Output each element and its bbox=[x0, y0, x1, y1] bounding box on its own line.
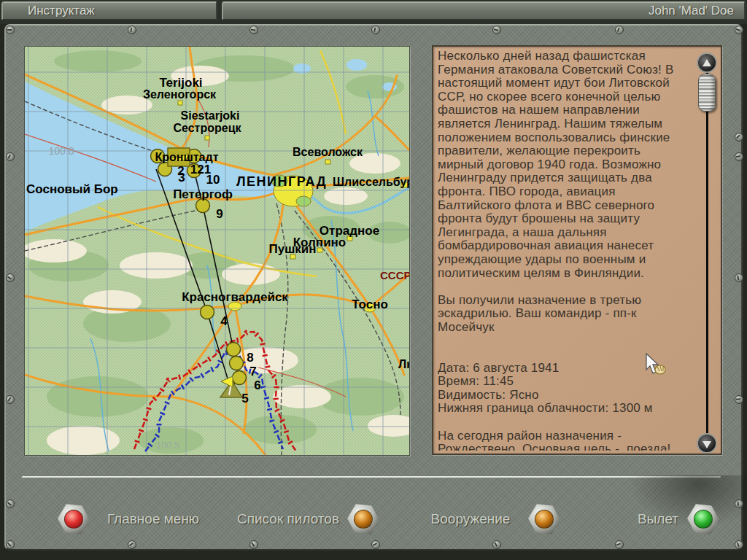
screw-icon bbox=[735, 133, 743, 141]
screw-icon bbox=[6, 26, 15, 34]
screw-icon bbox=[492, 26, 501, 34]
pilot-name: John 'Mad' Doe bbox=[649, 4, 734, 18]
screw-icon bbox=[735, 499, 743, 508]
screw-icon bbox=[128, 26, 136, 34]
briefing-map[interactable]: TerijokiЗеленогорскSiestarjokiСестрорецк… bbox=[24, 46, 410, 456]
briefing-panel: Несколько дней назад фашистская Германия… bbox=[432, 45, 722, 455]
scroll-down-button[interactable] bbox=[697, 433, 717, 454]
screw-icon bbox=[128, 540, 136, 549]
screw-icon bbox=[615, 26, 624, 34]
waypoint-marker[interactable] bbox=[230, 357, 244, 370]
footer-button[interactable]: Главное меню bbox=[95, 510, 212, 528]
map-label: 100.5 bbox=[156, 440, 180, 451]
briefing-text: Несколько дней назад фашистская Германия… bbox=[438, 50, 687, 451]
map-label: Сестрорецк bbox=[173, 122, 241, 134]
scrollbar-track[interactable] bbox=[706, 63, 708, 442]
map-label: Сосновый Бор bbox=[26, 182, 118, 196]
map-label: Кронштадт bbox=[155, 151, 218, 163]
screw-icon bbox=[735, 395, 743, 404]
map-label: Красногвардейск bbox=[182, 290, 288, 304]
map-label: Пушкин bbox=[268, 242, 316, 256]
button-light-red[interactable] bbox=[58, 503, 90, 535]
waypoint-number: 10 bbox=[206, 173, 220, 187]
map-label: Петергоф bbox=[173, 187, 233, 201]
map-label: Любань bbox=[398, 358, 409, 370]
red-indicator-icon bbox=[64, 510, 83, 529]
screw-icon bbox=[6, 152, 15, 161]
waypoint-number: 8 bbox=[247, 351, 253, 365]
screw-icon bbox=[371, 26, 380, 34]
map-label: СССР bbox=[380, 269, 409, 281]
screw-icon bbox=[249, 540, 258, 549]
screw-icon bbox=[735, 26, 743, 34]
divider-line bbox=[22, 476, 721, 478]
waypoint-number: 9 bbox=[216, 207, 222, 221]
amber-indicator-icon bbox=[354, 510, 373, 529]
map-label: Тосно bbox=[352, 298, 388, 311]
waypoint-number: 6 bbox=[254, 378, 260, 392]
map-label: Зеленогорск bbox=[143, 88, 217, 101]
tab-briefing[interactable]: Инструктаж bbox=[1, 1, 217, 20]
scroll-up-button[interactable] bbox=[697, 52, 717, 73]
waypoint-number: 5 bbox=[241, 392, 248, 405]
up-arrow-icon bbox=[703, 59, 711, 66]
screw-icon bbox=[735, 152, 743, 161]
down-arrow-icon bbox=[703, 441, 711, 448]
screw-icon bbox=[249, 26, 258, 34]
amber-indicator-icon bbox=[535, 510, 554, 529]
screw-icon bbox=[6, 395, 15, 404]
waypoint-marker[interactable] bbox=[201, 306, 214, 319]
button-light-amber[interactable] bbox=[347, 503, 379, 535]
map-label: Siestarjoki bbox=[181, 109, 240, 122]
map-label: Шлиссельбург bbox=[333, 176, 409, 188]
waypoint-marker[interactable] bbox=[227, 343, 241, 357]
scrollbar-thumb[interactable] bbox=[698, 74, 716, 112]
pilot-name-bar: John 'Mad' Doe bbox=[222, 1, 746, 20]
top-bar: Инструктаж John 'Mad' Doe bbox=[0, 0, 747, 24]
green-indicator-icon bbox=[694, 510, 713, 529]
screw-icon bbox=[6, 499, 15, 508]
waypoint-marker[interactable] bbox=[233, 371, 247, 385]
map-label: 100.0 bbox=[48, 145, 74, 157]
screw-icon bbox=[371, 540, 380, 549]
map-label: ЛЕНИНГРАД bbox=[236, 174, 327, 189]
screw-icon bbox=[615, 540, 624, 549]
footer-button[interactable]: Вылет bbox=[622, 510, 694, 528]
screw-icon bbox=[492, 540, 501, 549]
waypoint-number: 3 bbox=[178, 171, 185, 184]
screw-icon bbox=[735, 540, 743, 549]
button-light-amber[interactable] bbox=[528, 503, 560, 535]
tab-briefing-label: Инструктаж bbox=[28, 4, 95, 18]
screw-icon bbox=[6, 273, 15, 282]
footer-button[interactable]: Вооружение bbox=[416, 510, 525, 528]
screw-icon bbox=[6, 540, 15, 549]
waypoint-number: 4 bbox=[220, 314, 228, 328]
map-label: Всеволожск bbox=[293, 146, 363, 158]
screw-icon bbox=[735, 273, 743, 282]
briefing-screen: Инструктаж John 'Mad' Doe bbox=[0, 0, 747, 560]
waypoint-number: 7 bbox=[249, 365, 256, 378]
footer-button[interactable]: Список пилотов bbox=[233, 510, 343, 528]
